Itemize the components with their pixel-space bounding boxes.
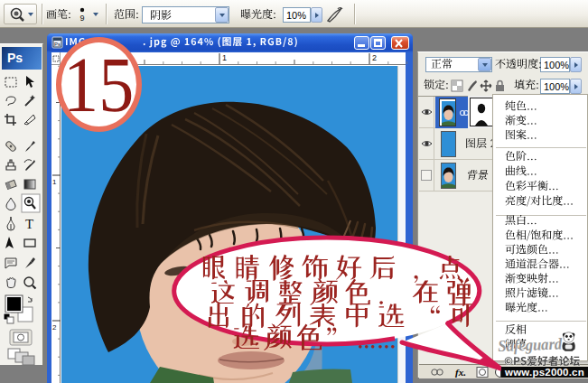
svg-text:1: 1 (52, 178, 57, 186)
svg-text:2: 2 (372, 53, 377, 62)
svg-text:Ps: Ps (54, 42, 61, 47)
svg-text:fx.: fx. (455, 367, 466, 378)
svg-text:T: T (25, 217, 33, 231)
svg-text:2: 2 (52, 323, 57, 332)
svg-text:1: 1 (222, 53, 227, 62)
